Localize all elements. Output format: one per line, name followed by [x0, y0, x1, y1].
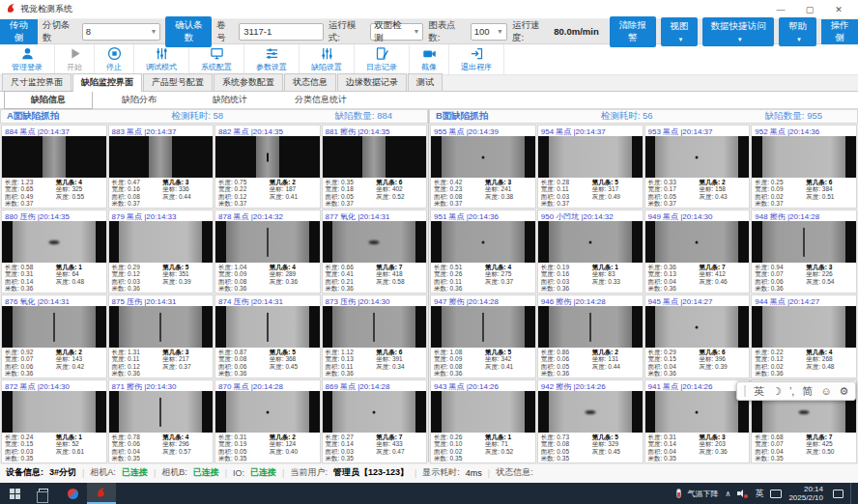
defect-image[interactable]: [2, 391, 106, 433]
tab-3[interactable]: 系统参数配置: [214, 73, 283, 91]
defect-cell-871[interactable]: 871 擦伤 |20:14:30长度: 0.78宽度: 0.06面积: 0.04…: [108, 379, 214, 463]
start-button[interactable]: [0, 483, 29, 504]
ime-indicator[interactable]: 英: [755, 488, 763, 500]
defect-cell-942[interactable]: 942 擦伤 |20:14:26长度: 0.73宽度: 0.08面积: 0.05…: [537, 379, 644, 463]
defect-cell-945[interactable]: 945 黑点 |20:14:27长度: 0.29宽度: 0.15面积: 0.04…: [644, 294, 751, 378]
action-params-button[interactable]: 参数设置: [244, 44, 300, 74]
defect-image[interactable]: [323, 136, 427, 178]
defect-image[interactable]: [215, 391, 320, 433]
defect-image[interactable]: [538, 391, 643, 433]
action-center-icon[interactable]: [833, 490, 844, 498]
taskbar-app-inspection[interactable]: [87, 483, 116, 504]
defect-cell-878[interactable]: 878 黑点 |20:14:32长度: 1.04宽度: 0.09面积: 0.08…: [214, 210, 321, 294]
defect-cell-954[interactable]: 954 黑点 |20:14:37长度: 0.28宽度: 0.11面积: 0.03…: [537, 125, 644, 209]
subtab-1[interactable]: 缺陷分布: [95, 91, 184, 109]
subtab-3[interactable]: 分类信息统计: [276, 91, 365, 109]
slit-count-select[interactable]: 8 ▼: [82, 23, 161, 41]
defect-image[interactable]: [538, 136, 643, 178]
ime-grip[interactable]: [744, 385, 746, 397]
chart-points-select[interactable]: 100 ▼: [471, 23, 507, 41]
subtab-2[interactable]: 缺陷统计: [186, 91, 274, 109]
defect-cell-876[interactable]: 876 氧化 |20:14:31长度: 0.92宽度: 0.07面积: 0.06…: [1, 294, 107, 378]
operation-side-button[interactable]: 操作侧: [821, 19, 858, 44]
defect-image[interactable]: [215, 136, 320, 178]
weather-text[interactable]: 气温下降: [688, 489, 719, 499]
task-view-button[interactable]: [29, 483, 58, 504]
defect-image[interactable]: [109, 306, 214, 348]
defect-image[interactable]: [645, 221, 750, 263]
defect-cell-869[interactable]: 869 黑点 |20:14:28长度: 0.27宽度: 0.14面积: 0.03…: [322, 379, 428, 463]
action-camera-button[interactable]: 截像: [410, 44, 449, 74]
action-stop-button[interactable]: 停止: [95, 44, 134, 74]
defect-image[interactable]: [215, 221, 320, 263]
maximize-icon[interactable]: ▢: [796, 1, 823, 18]
defect-image[interactable]: [2, 136, 106, 178]
defect-cell-943[interactable]: 943 黑点 |20:14:26长度: 0.26宽度: 0.10面积: 0.02…: [430, 379, 536, 463]
defect-cell-872[interactable]: 872 黑点 |20:14:30长度: 0.24宽度: 0.15面积: 0.03…: [1, 379, 107, 463]
defect-cell-884[interactable]: 884 黑点 |20:14:37长度: 1.23宽度: 0.65面积: 0.49…: [1, 125, 107, 209]
defect-cell-880[interactable]: 880 压伤 |20:14:35长度: 0.58宽度: 0.31面积: 0.14…: [1, 210, 107, 294]
close-icon[interactable]: ✕: [825, 1, 852, 18]
confirm-count-button[interactable]: 确认条数: [165, 16, 212, 47]
defect-cell-948[interactable]: 948 擦伤 |20:14:28长度: 0.94宽度: 0.07面积: 0.06…: [751, 210, 857, 294]
simplified-icon[interactable]: 简: [802, 384, 813, 399]
transmission-side-button[interactable]: 传动侧: [0, 19, 38, 44]
defect-image[interactable]: [645, 306, 750, 348]
defect-cell-881[interactable]: 881 擦伤 |20:14:35长度: 0.35宽度: 0.18面积: 0.05…: [322, 125, 428, 209]
roll-no-input[interactable]: 3117-1: [239, 23, 323, 41]
tab-6[interactable]: 测试: [408, 73, 443, 91]
action-tune-button[interactable]: 调试模式: [134, 44, 189, 74]
defect-image[interactable]: [431, 391, 535, 433]
defect-image[interactable]: [109, 136, 214, 178]
defect-cell-947[interactable]: 947 擦伤 |20:14:28长度: 1.08宽度: 0.09面积: 0.08…: [430, 294, 536, 378]
defect-cell-883[interactable]: 883 黑点 |20:14:37长度: 0.47宽度: 0.16面积: 0.08…: [108, 125, 214, 209]
defect-image[interactable]: [2, 221, 106, 263]
defect-image[interactable]: [645, 391, 750, 433]
tab-4[interactable]: 状态信息: [284, 73, 336, 91]
defect-image[interactable]: [538, 221, 643, 263]
defect-cell-873[interactable]: 873 压伤 |20:14:30长度: 1.12宽度: 0.13面积: 0.11…: [322, 294, 428, 378]
defect-image[interactable]: [752, 136, 856, 178]
defect-cell-877[interactable]: 877 氧化 |20:14:31长度: 0.66宽度: 0.41面积: 0.21…: [322, 210, 428, 294]
tab-5[interactable]: 边缘数据记录: [337, 73, 407, 91]
action-log-button[interactable]: 日志记录: [355, 44, 410, 74]
settings-icon[interactable]: ⚙: [840, 385, 849, 398]
defect-image[interactable]: [2, 306, 106, 348]
help-menu-button[interactable]: 帮助▼: [779, 17, 815, 46]
defect-image[interactable]: [109, 391, 214, 433]
show-desktop-button[interactable]: [850, 483, 854, 504]
volume-icon[interactable]: [737, 489, 748, 498]
defect-cell-952[interactable]: 952 黑点 |20:14:36长度: 0.25宽度: 0.09面积: 0.02…: [751, 125, 857, 209]
defect-cell-951[interactable]: 951 黑点 |20:14:36长度: 0.51宽度: 0.26面积: 0.11…: [430, 210, 536, 294]
defect-image[interactable]: [323, 221, 427, 263]
defect-cell-955[interactable]: 955 黑点 |20:14:39长度: 0.42宽度: 0.23面积: 0.08…: [430, 125, 536, 209]
punctuation-icon[interactable]: ’,: [789, 385, 795, 397]
defect-cell-875[interactable]: 875 压伤 |20:14:31长度: 1.31宽度: 0.11面积: 0.12…: [108, 294, 214, 378]
taskbar-app-browser[interactable]: [58, 483, 87, 504]
view-menu-button[interactable]: 视图▼: [661, 17, 698, 46]
defect-image[interactable]: [323, 306, 427, 348]
defect-image[interactable]: [431, 136, 535, 178]
english-mode[interactable]: 英: [754, 384, 764, 399]
action-play-button[interactable]: 开始: [55, 44, 95, 74]
minimize-icon[interactable]: —: [767, 1, 794, 18]
action-exit-button[interactable]: 退出程序: [449, 44, 504, 74]
emoji-icon[interactable]: ☺: [820, 385, 831, 397]
defect-cell-874[interactable]: 874 压伤 |20:14:31长度: 0.87宽度: 0.08面积: 0.06…: [214, 294, 321, 378]
touch-keyboard-icon[interactable]: [770, 490, 782, 498]
taskbar-clock[interactable]: 20:14 2025/2/10: [788, 485, 823, 502]
defect-image[interactable]: [645, 136, 750, 178]
data-access-menu-button[interactable]: 数据快捷访问▼: [702, 17, 774, 46]
tab-0[interactable]: 尺寸监控界面: [2, 73, 72, 91]
defect-cell-879[interactable]: 879 黑点 |20:14:33长度: 0.29宽度: 0.12面积: 0.03…: [108, 210, 214, 294]
run-mode-select[interactable]: 双面检测 ▼: [370, 23, 423, 41]
defect-cell-949[interactable]: 949 黑点 |20:14:30长度: 0.36宽度: 0.13面积: 0.04…: [644, 210, 751, 294]
tab-1[interactable]: 缺陷监控界面: [72, 73, 142, 92]
subtab-0[interactable]: 缺陷信息: [4, 91, 93, 109]
defect-cell-870[interactable]: 870 黑点 |20:14:28长度: 0.31宽度: 0.19面积: 0.05…: [214, 379, 321, 463]
defect-cell-953[interactable]: 953 黑点 |20:14:37长度: 0.33宽度: 0.17面积: 0.05…: [644, 125, 751, 209]
defect-cell-882[interactable]: 882 黑点 |20:14:35长度: 0.75宽度: 0.22面积: 0.12…: [214, 125, 321, 209]
moon-icon[interactable]: ☽: [772, 385, 782, 398]
defect-image[interactable]: [538, 306, 643, 348]
clear-alarm-button[interactable]: 清除报警: [610, 16, 656, 47]
